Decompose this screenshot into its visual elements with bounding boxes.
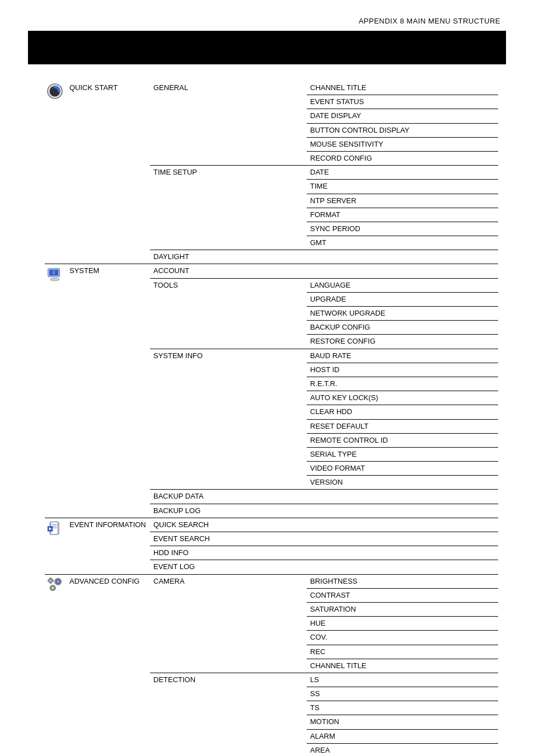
- menu-item: BACKUP CONFIG: [307, 321, 498, 335]
- menu-item: LS: [307, 673, 498, 687]
- menu-item: CLEAR HDD: [307, 405, 498, 419]
- menu-item: [307, 504, 498, 518]
- menu-item: ALARM: [307, 729, 498, 743]
- menu-item: FORMAT: [307, 208, 498, 222]
- submenu-title: DETECTION: [150, 673, 307, 756]
- eventinfo-icon: [46, 519, 64, 537]
- menu-item: CONTRAST: [307, 588, 498, 602]
- menu-item: [307, 518, 498, 532]
- menu-item: VIDEO FORMAT: [307, 462, 498, 476]
- svg-point-20: [57, 580, 59, 583]
- menu-item: BRIGHTNESS: [307, 574, 498, 588]
- menu-item: COV.: [307, 631, 498, 645]
- menu-item: [307, 490, 498, 504]
- menu-item: SATURATION: [307, 602, 498, 616]
- menu-item: AREA: [307, 743, 498, 756]
- submenu-title: TIME SETUP: [150, 166, 307, 250]
- section-icon-cell: [45, 518, 66, 574]
- table-row: EVENT INFORMATIONQUICK SEARCH: [45, 518, 498, 532]
- menu-item: SS: [307, 687, 498, 701]
- menu-item: DATE DISPLAY: [307, 109, 498, 123]
- menu-item: RESTORE CONFIG: [307, 335, 498, 349]
- submenu-title: TOOLS: [150, 278, 307, 349]
- system-icon: i: [46, 265, 64, 283]
- page-header: APPENDIX 8 MAIN MENU STRUCTURE: [0, 0, 534, 31]
- menu-item: BUTTON CONTROL DISPLAY: [307, 123, 498, 137]
- table-row: ADVANCED CONFIGCAMERABRIGHTNESS: [45, 574, 498, 588]
- section-icon-cell: [45, 574, 66, 756]
- quickstart-icon: [46, 82, 64, 100]
- menu-item: HUE: [307, 617, 498, 631]
- menu-item: SERIAL TYPE: [307, 447, 498, 461]
- menu-structure-table: QUICK STARTGENERALCHANNEL TITLEEVENT STA…: [45, 81, 498, 756]
- menu-item: LANGUAGE: [307, 278, 498, 292]
- submenu-title: SYSTEM INFO: [150, 349, 307, 490]
- svg-point-19: [51, 586, 54, 589]
- submenu-title: CAMERA: [150, 574, 307, 673]
- menu-item: CHANNEL TITLE: [307, 659, 498, 673]
- menu-item: [307, 532, 498, 546]
- menu-item: DATE: [307, 166, 498, 180]
- menu-item: TIME: [307, 180, 498, 194]
- menu-item: R.E.T.R.: [307, 377, 498, 391]
- menu-item: RECORD CONFIG: [307, 151, 498, 165]
- svg-point-6: [50, 278, 60, 281]
- menu-item: GMT: [307, 236, 498, 250]
- section-title: ADVANCED CONFIG: [66, 574, 150, 756]
- menu-item: EVENT STATUS: [307, 95, 498, 109]
- svg-text:i: i: [53, 269, 55, 275]
- menu-item: NTP SERVER: [307, 194, 498, 208]
- menu-item: [307, 560, 498, 574]
- submenu-title: EVENT LOG: [150, 560, 307, 574]
- submenu-title: ACCOUNT: [150, 264, 307, 278]
- menu-item: SYNC PERIOD: [307, 222, 498, 236]
- menu-item: BAUD RATE: [307, 349, 498, 363]
- submenu-title: BACKUP LOG: [150, 504, 307, 518]
- menu-item: MOUSE SENSITIVITY: [307, 137, 498, 151]
- submenu-title: EVENT SEARCH: [150, 532, 307, 546]
- section-title: SYSTEM: [66, 264, 150, 518]
- table-row: iSYSTEMACCOUNT: [45, 264, 498, 278]
- menu-item: REC: [307, 645, 498, 659]
- menu-item: VERSION: [307, 476, 498, 490]
- svg-point-18: [50, 579, 52, 581]
- submenu-title: QUICK SEARCH: [150, 518, 307, 532]
- submenu-title: BACKUP DATA: [150, 490, 307, 504]
- title-banner: [28, 31, 506, 64]
- menu-item: MOTION: [307, 715, 498, 729]
- menu-item: [307, 250, 498, 264]
- menu-item: RESET DEFAULT: [307, 419, 498, 433]
- section-title: EVENT INFORMATION: [66, 518, 150, 574]
- menu-item: NETWORK UPGRADE: [307, 307, 498, 321]
- table-row: QUICK STARTGENERALCHANNEL TITLE: [45, 81, 498, 95]
- menu-item: [307, 546, 498, 560]
- menu-item: CHANNEL TITLE: [307, 81, 498, 95]
- menu-item: [307, 264, 498, 278]
- section-icon-cell: i: [45, 264, 66, 518]
- submenu-title: DAYLIGHT: [150, 250, 307, 264]
- menu-item: AUTO KEY LOCK(S): [307, 391, 498, 405]
- section-title: QUICK START: [66, 81, 150, 264]
- section-icon-cell: [45, 81, 66, 264]
- advanced-icon: [46, 576, 64, 594]
- menu-item: HOST ID: [307, 363, 498, 377]
- submenu-title: HDD INFO: [150, 546, 307, 560]
- menu-item: UPGRADE: [307, 292, 498, 306]
- menu-item: REMOTE CONTROL ID: [307, 433, 498, 447]
- menu-item: TS: [307, 701, 498, 715]
- submenu-title: GENERAL: [150, 81, 307, 166]
